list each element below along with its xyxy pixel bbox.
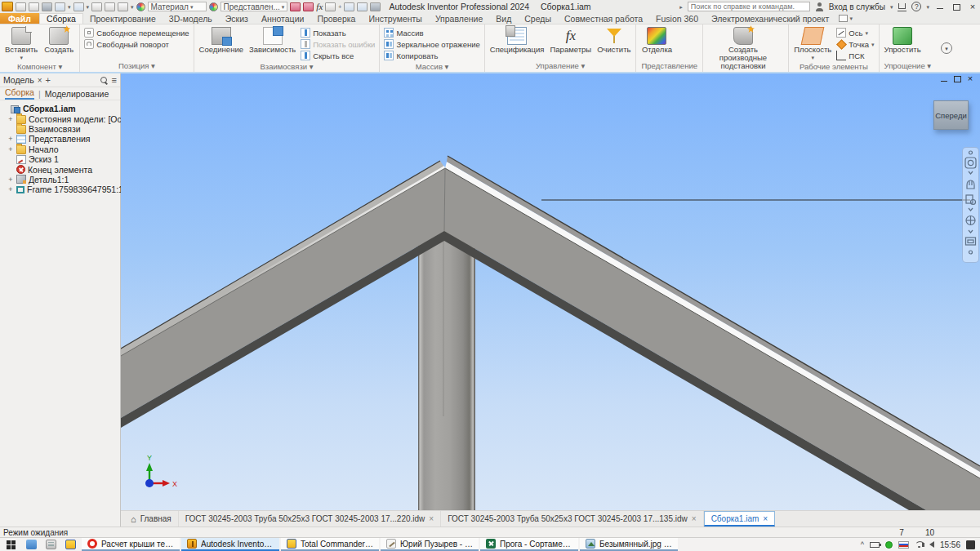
tab-design[interactable]: Проектирование xyxy=(83,13,163,24)
tab-assembly[interactable]: Сборка xyxy=(39,13,83,24)
tree-expander[interactable]: + xyxy=(7,185,14,193)
group-label-pattern[interactable]: Массив ▾ xyxy=(380,61,483,72)
pattern-button[interactable]: Массив xyxy=(382,27,481,38)
battery-icon[interactable] xyxy=(870,542,880,548)
mirror-button[interactable]: Зеркальное отражение xyxy=(382,38,481,50)
window-minimize-button[interactable] xyxy=(934,2,946,11)
volume-icon[interactable] xyxy=(929,541,934,548)
copy-button[interactable]: Копировать xyxy=(382,50,481,61)
close-icon[interactable]: × xyxy=(429,514,434,523)
bom-button[interactable]: Спецификация xyxy=(488,26,547,55)
material-ball-icon[interactable] xyxy=(136,2,145,11)
viewcube[interactable]: Спереди xyxy=(933,100,969,130)
doc-tab-idw-220[interactable]: ГОСТ 30245-2003 Труба 50x25x3 ГОСТ 30245… xyxy=(179,511,441,527)
tab-3d-model[interactable]: 3D-модель xyxy=(163,13,219,24)
constrain-button[interactable]: Зависимость xyxy=(247,26,298,55)
browser-search-icon[interactable] xyxy=(100,77,108,84)
group-label-manage[interactable]: Управление ▾ xyxy=(485,60,636,72)
language-flag-icon[interactable] xyxy=(898,541,909,549)
simplify-button[interactable]: Упростить xyxy=(882,26,924,55)
help-icon[interactable]: ? xyxy=(911,2,921,11)
parameters-button[interactable]: fxПараметры xyxy=(547,26,594,55)
browser-menu-icon[interactable]: ≡ xyxy=(112,75,117,85)
work-point-button[interactable]: Точка▾ xyxy=(835,38,875,50)
group-label-component[interactable]: Компонент ▾ xyxy=(0,61,79,72)
search-expand-icon[interactable]: ▸ xyxy=(679,4,683,10)
taskbar-calculator-button[interactable] xyxy=(41,538,60,551)
browser-tab-model[interactable]: Модель xyxy=(3,75,34,85)
taskbar-app-totalcmd[interactable]: Total Commander (x6... xyxy=(281,538,379,551)
derived-substitutes-button[interactable]: Создать производные подстановки xyxy=(706,26,781,71)
plus-icon[interactable]: + xyxy=(338,4,341,10)
work-axis-button[interactable]: Ось▾ xyxy=(835,27,875,38)
measure-icon[interactable] xyxy=(118,2,128,11)
tray-expand-icon[interactable]: ^ xyxy=(861,540,864,549)
tab-tools[interactable]: Инструменты xyxy=(362,13,428,24)
tree-expander[interactable]: + xyxy=(7,176,14,184)
group-label-simplification[interactable]: Упрощение ▾ xyxy=(880,60,937,72)
taskbar-photos-button[interactable] xyxy=(21,538,41,551)
bulb-icon[interactable] xyxy=(344,2,354,11)
group-label-position[interactable]: Позиция ▾ xyxy=(80,60,193,72)
column-member[interactable] xyxy=(418,224,475,510)
measure-caret[interactable]: ▾ xyxy=(131,4,134,10)
tray-green-icon[interactable] xyxy=(885,541,893,549)
open-icon[interactable] xyxy=(29,2,39,11)
taskbar-app-image-viewer[interactable]: Безымянный.jpg - P... xyxy=(580,538,678,551)
doc-tab-home[interactable]: ⌂Главная xyxy=(124,511,179,527)
help-search-input[interactable] xyxy=(688,2,810,11)
redo-caret[interactable]: ▾ xyxy=(87,4,90,10)
purge-button[interactable]: Очистить xyxy=(595,26,633,55)
save-icon[interactable] xyxy=(42,2,52,11)
3d-viewport[interactable]: Y X × Спереди xyxy=(121,73,980,510)
tree-item-frame[interactable]: +Frame 1759839647951:1 xyxy=(2,184,118,194)
create-component-button[interactable]: Создать xyxy=(41,26,77,55)
window-restore-button[interactable] xyxy=(951,2,962,11)
tab-fusion360[interactable]: Fusion 360 xyxy=(649,13,705,24)
notification-center-icon[interactable] xyxy=(966,540,975,549)
undo-icon[interactable] xyxy=(55,2,65,11)
fx-parameters-icon[interactable]: fx xyxy=(316,2,323,11)
appearance-wheel-icon[interactable] xyxy=(209,2,218,11)
joint-button[interactable]: Соединение xyxy=(197,26,246,55)
drawing-sheet-icon[interactable] xyxy=(105,2,115,11)
tree-expander[interactable]: + xyxy=(7,135,14,143)
show-button[interactable]: Показать xyxy=(299,27,376,38)
free-move-button[interactable]: Свободное перемещение xyxy=(82,27,190,38)
bulb2-icon[interactable] xyxy=(357,2,368,11)
appearance-dropdown[interactable]: Представлен...▾ xyxy=(220,2,288,11)
right-beam-face[interactable] xyxy=(444,168,980,510)
adjust-icon[interactable] xyxy=(290,2,301,11)
ribbon-display-options[interactable]: ▾ xyxy=(839,13,853,24)
tab-environments[interactable]: Среды xyxy=(518,13,558,24)
close-icon[interactable]: × xyxy=(763,514,768,523)
undo-caret[interactable]: ▾ xyxy=(68,4,71,10)
tree-item-root[interactable]: Сборка1.iam xyxy=(2,104,118,113)
tree-item-part1[interactable]: +Деталь1:1 xyxy=(2,175,118,184)
navigation-bar[interactable] xyxy=(962,147,979,263)
taskbar-totalcmd-pin-button[interactable] xyxy=(60,538,80,551)
adjust2-icon[interactable] xyxy=(303,2,314,11)
finish-button[interactable]: Отделка xyxy=(639,26,675,55)
left-beam-face[interactable] xyxy=(121,168,445,418)
tree-item-end-of-features[interactable]: Конец элемента xyxy=(2,164,118,174)
tree-expander[interactable]: + xyxy=(7,115,14,123)
sign-in-button[interactable]: Вход в службы xyxy=(829,2,885,11)
screen-icon[interactable] xyxy=(325,2,336,11)
tree-item-model-states[interactable]: +Состояния модели: [Основной] xyxy=(2,113,118,123)
doc-close-button[interactable]: × xyxy=(965,74,975,83)
ucs-button[interactable]: ПСК xyxy=(835,50,875,61)
help-caret[interactable]: ▾ xyxy=(926,4,929,10)
browser-filter-modeling[interactable]: Моделирование xyxy=(45,89,109,99)
tree-item-origin[interactable]: +Начало xyxy=(2,144,118,154)
tree-expander[interactable]: + xyxy=(7,145,14,153)
taskbar-app-inventor[interactable]: Autodesk Inventor Pr... xyxy=(181,538,279,551)
doc-tab-assembly[interactable]: Сборка1.iam× xyxy=(704,511,776,527)
tab-electromechanical[interactable]: Электромеханический проект xyxy=(705,13,835,24)
tab-inspect[interactable]: Проверка xyxy=(310,13,362,24)
material-dropdown[interactable]: Материал▾ xyxy=(148,2,207,11)
store-cart-icon[interactable] xyxy=(898,2,906,11)
hide-all-button[interactable]: Скрыть все xyxy=(299,50,376,61)
doc-tab-idw-135[interactable]: ГОСТ 30245-2003 Труба 50x25x3 ГОСТ 30245… xyxy=(441,511,703,527)
new-file-icon[interactable] xyxy=(16,2,26,11)
